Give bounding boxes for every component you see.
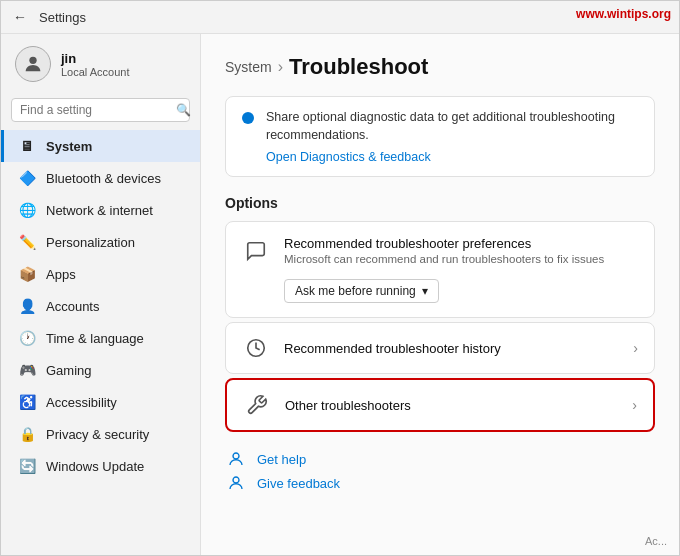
sidebar-item-label: Apps [46, 267, 76, 282]
history-icon [242, 337, 270, 359]
sidebar-item-windows-update[interactable]: 🔄 Windows Update [1, 450, 200, 482]
search-icon: 🔍 [176, 103, 191, 117]
bluetooth-icon: 🔷 [18, 169, 36, 187]
dropdown-label: Ask me before running [295, 284, 416, 298]
search-box[interactable]: 🔍 [11, 98, 190, 122]
sidebar-item-accessibility[interactable]: ♿ Accessibility [1, 386, 200, 418]
sidebar-item-label: Windows Update [46, 459, 144, 474]
sidebar-item-label: System [46, 139, 92, 154]
sidebar-item-label: Gaming [46, 363, 92, 378]
sidebar-item-label: Accessibility [46, 395, 117, 410]
chevron-right-icon-other: › [632, 397, 637, 413]
breadcrumb-current: Troubleshoot [289, 54, 428, 80]
sidebar-item-personalization[interactable]: ✏️ Personalization [1, 226, 200, 258]
search-input[interactable] [20, 103, 170, 117]
sidebar-item-gaming[interactable]: 🎮 Gaming [1, 354, 200, 386]
sidebar-item-accounts[interactable]: 👤 Accounts [1, 290, 200, 322]
chevron-down-icon: ▾ [422, 284, 428, 298]
svg-point-3 [233, 477, 239, 483]
avatar [15, 46, 51, 82]
user-name: jin [61, 51, 130, 66]
system-icon: 🖥 [18, 137, 36, 155]
help-section: Get help Give feedback [225, 450, 655, 492]
sidebar-item-privacy[interactable]: 🔒 Privacy & security [1, 418, 200, 450]
sidebar: jin Local Account 🔍 🖥 System 🔷 Bluetooth… [1, 34, 201, 555]
sidebar-item-label: Time & language [46, 331, 144, 346]
accessibility-icon: ♿ [18, 393, 36, 411]
sidebar-item-bluetooth[interactable]: 🔷 Bluetooth & devices [1, 162, 200, 194]
breadcrumb-sep: › [278, 58, 283, 76]
back-button[interactable]: ← [13, 9, 27, 25]
sidebar-item-label: Personalization [46, 235, 135, 250]
give-feedback-link[interactable]: Give feedback [257, 476, 340, 491]
option-row-preferences[interactable]: Recommended troubleshooter preferences M… [226, 222, 654, 279]
option-row-other[interactable]: Other troubleshooters › [227, 380, 653, 430]
option-row-history[interactable]: Recommended troubleshooter history › [226, 323, 654, 373]
sidebar-item-time[interactable]: 🕐 Time & language [1, 322, 200, 354]
info-text: Share optional diagnostic data to get ad… [266, 109, 638, 144]
accounts-icon: 👤 [18, 297, 36, 315]
option-card-other: Other troubleshooters › [225, 378, 655, 432]
apps-icon: 📦 [18, 265, 36, 283]
windows-update-icon: 🔄 [18, 457, 36, 475]
info-card: Share optional diagnostic data to get ad… [225, 96, 655, 177]
title-bar-text: Settings [39, 10, 86, 25]
sidebar-item-label: Privacy & security [46, 427, 149, 442]
sidebar-item-network[interactable]: 🌐 Network & internet [1, 194, 200, 226]
sidebar-item-label: Network & internet [46, 203, 153, 218]
give-feedback-row[interactable]: Give feedback [225, 474, 655, 492]
time-icon: 🕐 [18, 329, 36, 347]
activate-hint: Ac... [645, 535, 667, 547]
open-diagnostics-link[interactable]: Open Diagnostics & feedback [266, 150, 638, 164]
sidebar-item-label: Bluetooth & devices [46, 171, 161, 186]
get-help-row[interactable]: Get help [225, 450, 655, 468]
breadcrumb: System › Troubleshoot [225, 54, 655, 80]
gaming-icon: 🎮 [18, 361, 36, 379]
info-dot [242, 112, 254, 124]
svg-point-0 [29, 57, 36, 64]
get-help-icon [225, 450, 247, 468]
other-title: Other troubleshooters [285, 398, 618, 413]
sidebar-item-system[interactable]: 🖥 System [1, 130, 200, 162]
sidebar-nav: 🖥 System 🔷 Bluetooth & devices 🌐 Network… [1, 130, 200, 482]
preferences-desc: Microsoft can recommend and run troubles… [284, 253, 638, 265]
options-container: Recommended troubleshooter preferences M… [225, 221, 655, 432]
user-role: Local Account [61, 66, 130, 78]
preferences-icon [242, 240, 270, 262]
preferences-title: Recommended troubleshooter preferences [284, 236, 638, 251]
option-card-preferences: Recommended troubleshooter preferences M… [225, 221, 655, 318]
title-bar: ← Settings [1, 1, 679, 34]
get-help-link[interactable]: Get help [257, 452, 306, 467]
network-icon: 🌐 [18, 201, 36, 219]
sidebar-item-label: Accounts [46, 299, 99, 314]
history-title: Recommended troubleshooter history [284, 341, 619, 356]
chevron-right-icon: › [633, 340, 638, 356]
sidebar-item-apps[interactable]: 📦 Apps [1, 258, 200, 290]
breadcrumb-parent: System [225, 59, 272, 75]
personalization-icon: ✏️ [18, 233, 36, 251]
user-info: jin Local Account [1, 34, 200, 94]
svg-point-2 [233, 453, 239, 459]
main-content: System › Troubleshoot Share optional dia… [201, 34, 679, 555]
privacy-icon: 🔒 [18, 425, 36, 443]
option-card-history: Recommended troubleshooter history › [225, 322, 655, 374]
options-section-title: Options [225, 195, 655, 211]
ask-before-running-dropdown[interactable]: Ask me before running ▾ [284, 279, 439, 303]
give-feedback-icon [225, 474, 247, 492]
wrench-icon [243, 394, 271, 416]
